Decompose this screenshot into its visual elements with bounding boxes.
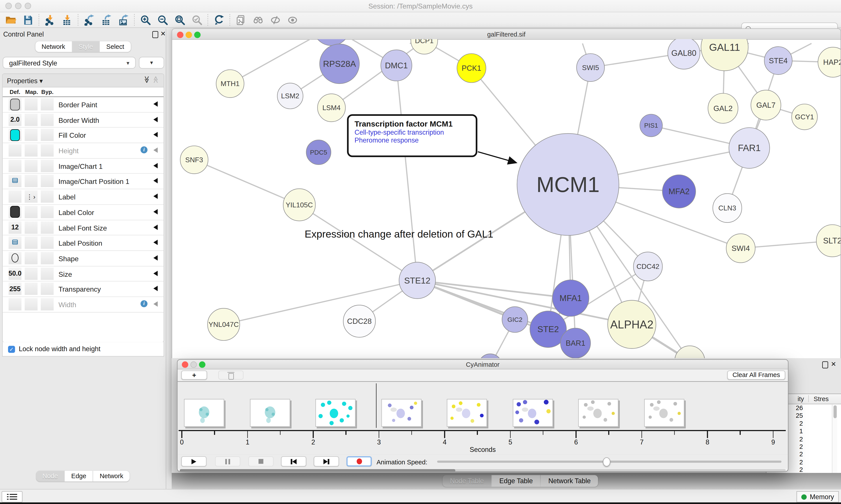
property-row-shape[interactable]: Shape: [3, 251, 164, 266]
bypass-cell[interactable]: [41, 129, 54, 141]
mapping-cell[interactable]: [25, 206, 38, 218]
frame-thumbnail-6[interactable]: [578, 399, 619, 427]
edge-ynl047c-ste12[interactable]: [223, 281, 417, 324]
node-gal80[interactable]: GAL80: [668, 39, 700, 69]
property-row-label[interactable]: ⋮›Label: [3, 190, 164, 205]
property-row-height[interactable]: Heighti: [3, 143, 164, 159]
column-stress[interactable]: Stres: [813, 395, 829, 403]
frame-thumbnail-0[interactable]: [184, 399, 224, 427]
node-gcy1[interactable]: GCY1: [792, 104, 818, 130]
default-value-cell[interactable]: [8, 252, 21, 264]
node-rps28a[interactable]: RPS28A: [320, 44, 359, 84]
bypass-cell[interactable]: [41, 175, 54, 187]
tab-style-edge[interactable]: Edge: [65, 471, 93, 482]
edge-dmc1-ste12[interactable]: [396, 66, 417, 281]
tab-style-network[interactable]: Network: [93, 471, 130, 482]
expand-row-icon[interactable]: [153, 101, 158, 107]
expand-row-icon[interactable]: [153, 209, 158, 214]
frame-thumbnail-5[interactable]: [513, 399, 553, 427]
export-table-icon[interactable]: [98, 13, 115, 27]
expand-row-icon[interactable]: [153, 224, 158, 230]
column-divider[interactable]: [808, 395, 809, 402]
node-yil105c[interactable]: YIL105C: [283, 189, 315, 221]
default-value-cell[interactable]: [8, 191, 21, 203]
expand-row-icon[interactable]: [153, 286, 158, 291]
default-value-cell[interactable]: 50.0: [8, 267, 21, 280]
tab-style-node[interactable]: Node: [36, 471, 65, 482]
bypass-cell[interactable]: [41, 252, 54, 264]
node-dmc1[interactable]: DMC1: [381, 50, 412, 81]
default-value-cell[interactable]: [8, 144, 21, 157]
frame-thumbnail-1[interactable]: [250, 399, 290, 427]
bypass-cell[interactable]: [41, 160, 54, 172]
expand-row-icon[interactable]: [153, 117, 158, 122]
mapping-cell[interactable]: [25, 298, 38, 310]
mapping-cell[interactable]: [25, 160, 38, 172]
node-pck1[interactable]: PCK1: [457, 54, 486, 83]
bypass-cell[interactable]: [41, 113, 54, 126]
expand-row-icon[interactable]: [153, 147, 158, 153]
bypass-cell[interactable]: [41, 144, 54, 157]
edge-snf3-yil105c[interactable]: [194, 160, 299, 205]
node-gal2[interactable]: GAL2: [708, 93, 738, 123]
skip-start-button[interactable]: [281, 456, 306, 467]
default-value-cell[interactable]: [8, 160, 21, 172]
mapping-cell[interactable]: [25, 98, 38, 110]
tab-select[interactable]: Select: [100, 41, 130, 52]
properties-header[interactable]: Properties ▾ ≫ ≫: [3, 74, 164, 87]
default-value-cell[interactable]: [8, 206, 21, 218]
memory-button[interactable]: Memory: [796, 491, 839, 502]
bypass-cell[interactable]: [41, 98, 54, 110]
default-value-cell[interactable]: 2.0: [8, 113, 21, 126]
zoom-in-icon[interactable]: [137, 13, 154, 27]
mapping-cell[interactable]: [25, 175, 38, 187]
node-ynl047c[interactable]: YNL047C: [208, 308, 240, 340]
mapping-cell[interactable]: [25, 236, 38, 249]
info-icon[interactable]: i: [141, 146, 148, 154]
node-ste4[interactable]: STE4: [764, 47, 792, 74]
float-table-panel-icon[interactable]: [822, 361, 828, 368]
frame-thumbnail-3[interactable]: [381, 399, 422, 427]
default-value-cell[interactable]: 12: [8, 221, 21, 233]
mapping-cell[interactable]: [25, 221, 38, 233]
default-value-cell[interactable]: [8, 175, 21, 187]
node-gal11[interactable]: GAL11: [701, 39, 748, 71]
edge-yil105c-ste12[interactable]: [299, 205, 417, 281]
node-mth1[interactable]: MTH1: [216, 70, 244, 97]
expand-row-icon[interactable]: [153, 163, 158, 168]
expand-all-icon[interactable]: ≫: [143, 76, 151, 83]
property-row-transparency[interactable]: 255Transparency: [3, 282, 164, 297]
frame-thumbnail-7[interactable]: [644, 399, 684, 427]
node-lsm4[interactable]: LSM4: [318, 94, 345, 122]
frame-thumbnail-4[interactable]: [447, 399, 487, 427]
node-hap[interactable]: HAP2: [818, 47, 841, 77]
animation-speed-thumb[interactable]: [603, 457, 610, 467]
node-snf3[interactable]: SNF3: [180, 146, 208, 174]
cyanimator-titlebar[interactable]: CyAnimator: [178, 360, 788, 370]
node-ste12[interactable]: STE12: [399, 262, 435, 299]
add-frame-button[interactable]: +: [181, 371, 207, 380]
default-value-cell[interactable]: [8, 98, 21, 110]
bypass-cell[interactable]: [41, 283, 54, 295]
timeline-playhead[interactable]: [376, 383, 376, 428]
import-network-icon[interactable]: [41, 13, 58, 27]
tab-network[interactable]: Network: [35, 41, 72, 52]
default-value-cell[interactable]: [8, 129, 21, 141]
property-row-image-chart-position-1[interactable]: Image/Chart Position 1: [3, 174, 164, 190]
property-row-image-chart-1[interactable]: Image/Chart 1: [3, 159, 164, 174]
style-options-button[interactable]: ▼: [139, 57, 164, 69]
bypass-cell[interactable]: [41, 236, 54, 249]
node-swi5[interactable]: SWI5: [577, 54, 605, 82]
expand-row-icon[interactable]: [153, 255, 158, 260]
node-mfa2[interactable]: MFA2: [662, 175, 696, 208]
mapping-cell[interactable]: [25, 113, 38, 126]
expand-row-icon[interactable]: [153, 132, 158, 137]
bypass-cell[interactable]: [41, 298, 54, 310]
timeline-scrollbar[interactable]: [180, 469, 786, 472]
info-icon[interactable]: i: [141, 300, 148, 307]
frame-thumbnail-2[interactable]: [315, 399, 356, 427]
zoom-fit-icon[interactable]: [171, 13, 188, 27]
node-alpha2[interactable]: ALPHA2: [608, 300, 656, 348]
node-bar1[interactable]: BAR1: [560, 328, 590, 358]
edge-mth1-rps28b[interactable]: [230, 39, 332, 84]
